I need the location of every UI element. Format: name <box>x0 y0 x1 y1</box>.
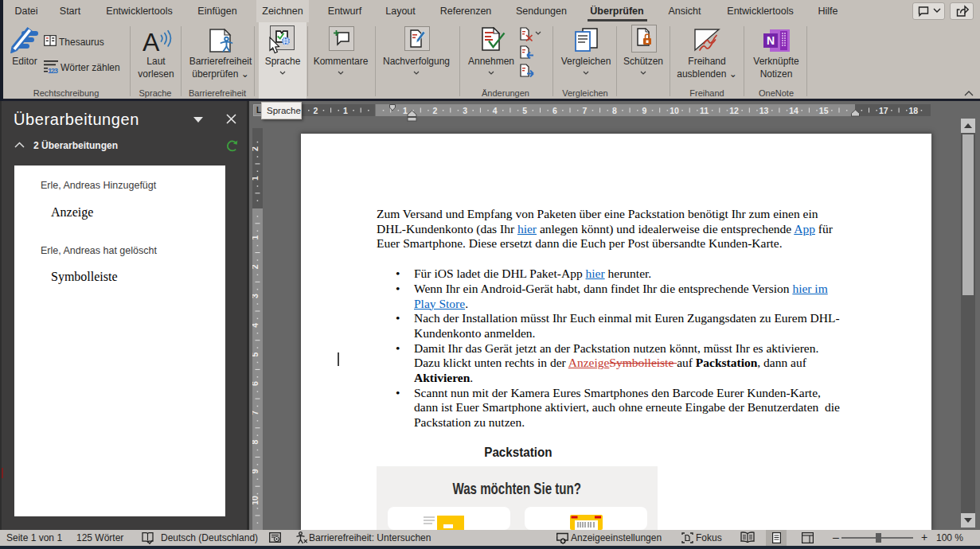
svg-text:14: 14 <box>789 106 798 115</box>
svg-text:8: 8 <box>612 106 617 115</box>
svg-text:1: 1 <box>252 236 260 240</box>
svg-text:7: 7 <box>582 106 587 115</box>
svg-text:10: 10 <box>252 496 260 505</box>
svg-text:N: N <box>767 34 775 47</box>
svg-text:6: 6 <box>552 106 557 115</box>
svg-text:3: 3 <box>463 106 467 115</box>
svg-text:6: 6 <box>252 381 260 386</box>
svg-text:5: 5 <box>252 352 260 356</box>
svg-text:4: 4 <box>493 106 498 115</box>
svg-text:8: 8 <box>252 440 260 445</box>
svg-text:2: 2 <box>313 106 318 115</box>
svg-text:9: 9 <box>252 469 260 473</box>
svg-text:17: 17 <box>879 106 888 115</box>
svg-text:11: 11 <box>700 106 709 115</box>
svg-text:15: 15 <box>819 106 829 115</box>
svg-text:18: 18 <box>908 106 918 115</box>
svg-text:1: 1 <box>252 176 260 181</box>
svg-text:123: 123 <box>48 66 58 74</box>
svg-text:2: 2 <box>252 146 260 151</box>
svg-text:10: 10 <box>670 106 679 115</box>
svg-text:13: 13 <box>759 106 769 115</box>
svg-text:5: 5 <box>522 106 527 115</box>
svg-text:2: 2 <box>433 106 438 115</box>
svg-text:9: 9 <box>642 106 646 115</box>
svg-text:A: A <box>143 29 160 52</box>
svg-text:7: 7 <box>252 411 260 415</box>
svg-text:1: 1 <box>343 106 348 115</box>
svg-text:4: 4 <box>252 323 260 328</box>
svg-text:2: 2 <box>252 264 260 269</box>
svg-text:3: 3 <box>252 294 260 298</box>
svg-text:12: 12 <box>729 106 739 115</box>
